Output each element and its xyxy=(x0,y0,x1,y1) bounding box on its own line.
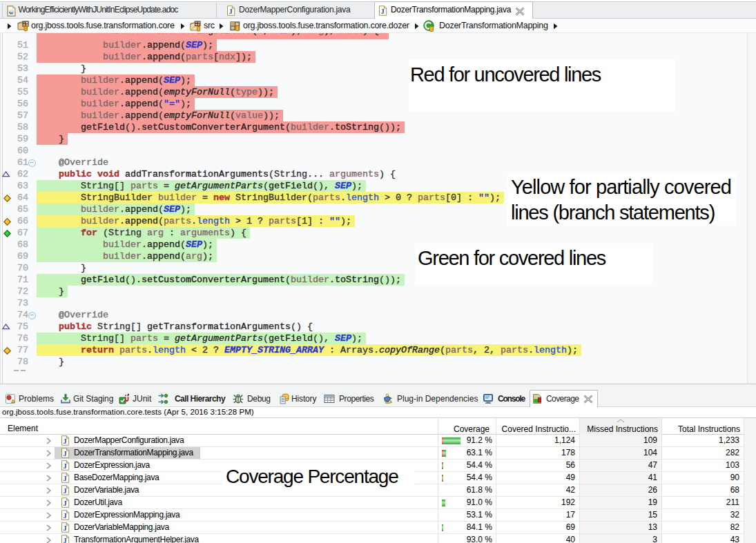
svg-text:J: J xyxy=(63,450,66,457)
svg-text:J: J xyxy=(63,512,66,520)
svg-text:J: J xyxy=(63,475,66,482)
svg-text:J: J xyxy=(63,487,66,495)
svg-text:J: J xyxy=(229,8,232,15)
svg-text:J: J xyxy=(63,500,66,507)
svg-text:w: w xyxy=(9,9,14,16)
svg-text:J: J xyxy=(63,437,66,445)
svg-text:J: J xyxy=(63,537,66,543)
svg-text:J: J xyxy=(63,462,66,470)
svg-text:J: J xyxy=(63,524,66,532)
svg-text:J: J xyxy=(380,8,384,15)
